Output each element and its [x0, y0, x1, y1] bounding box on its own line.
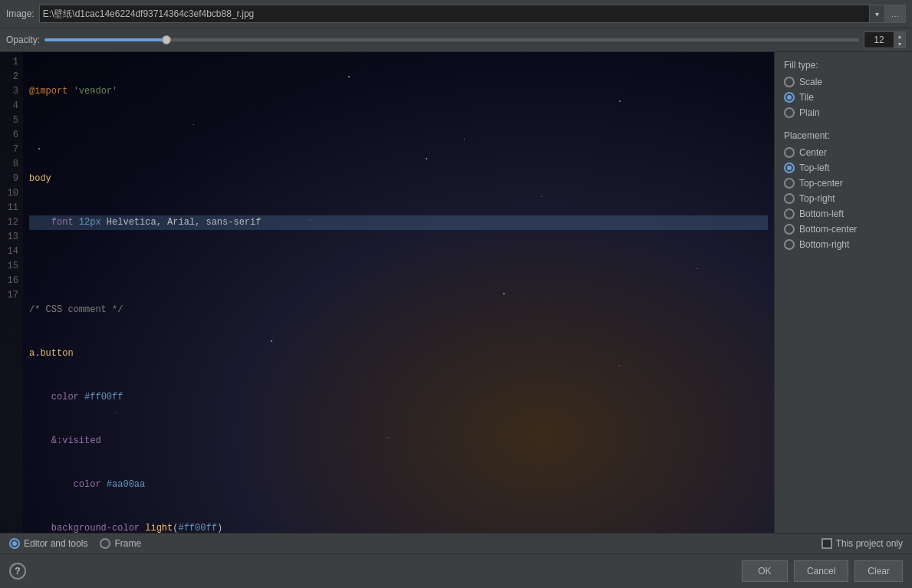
placement-center-radio[interactable] — [784, 147, 795, 158]
fill-type-tile-radio[interactable] — [784, 92, 795, 103]
placement-top-left-radio[interactable] — [784, 163, 795, 173]
placement-bottom-right[interactable]: Bottom-right — [784, 239, 903, 250]
placement-bottom-center[interactable]: Bottom-center — [784, 224, 903, 235]
main-content: 1 2 3 4 5 6 7 8 9 10 11 12 13 14 15 16 1… — [0, 52, 912, 533]
scope-frame-radio[interactable] — [100, 538, 110, 549]
opacity-slider-fill — [44, 38, 166, 41]
scope-editor-label: Editor and tools — [24, 538, 87, 549]
placement-top-right-radio[interactable] — [784, 193, 795, 204]
placement-bottom-center-radio[interactable] — [784, 224, 795, 235]
cancel-button[interactable]: Cancel — [794, 560, 848, 582]
fill-type-tile-label: Tile — [799, 92, 814, 103]
placement-top-center-radio[interactable] — [784, 178, 795, 189]
fill-type-scale[interactable]: Scale — [784, 77, 903, 87]
fill-type-label: Fill type: — [784, 60, 903, 71]
placement-top-center[interactable]: Top-center — [784, 178, 903, 189]
opacity-label: Opacity: — [6, 34, 40, 45]
code-line-11: background-color light(#ff00ff) — [29, 521, 768, 533]
opacity-value-box: ▲ ▼ — [864, 31, 906, 48]
project-only-checkbox[interactable] — [821, 538, 832, 549]
code-line-9: &:visited — [29, 434, 768, 448]
placement-bottom-right-label: Bottom-right — [799, 239, 849, 250]
fill-type-scale-radio[interactable] — [784, 77, 795, 87]
code-line-1: @import 'vendor' — [29, 84, 768, 99]
ok-button[interactable]: OK — [742, 560, 788, 582]
placement-label: Placement: — [784, 130, 903, 141]
placement-group: Center Top-left Top-center Top-right Bot… — [784, 147, 903, 250]
image-bar: Image: ▾ … — [0, 0, 912, 28]
right-panel: Fill type: Scale Tile Plain Placement: C… — [774, 52, 912, 533]
placement-center-label: Center — [799, 147, 827, 158]
opacity-decrement-btn[interactable]: ▼ — [894, 40, 905, 48]
opacity-spinners: ▲ ▼ — [894, 31, 906, 48]
scope-frame-label: Frame — [114, 538, 141, 549]
code-line-8: color #ff00ff — [29, 390, 768, 405]
scope-editor-radio[interactable] — [9, 538, 20, 549]
image-path-wrapper: ▾ … — [39, 5, 906, 23]
footer-action-buttons: OK Cancel Clear — [742, 560, 903, 582]
clear-button[interactable]: Clear — [854, 560, 903, 582]
placement-top-right[interactable]: Top-right — [784, 193, 903, 204]
placement-top-center-label: Top-center — [799, 178, 843, 189]
opacity-slider-thumb[interactable] — [162, 35, 171, 44]
scope-editor[interactable]: Editor and tools — [9, 538, 87, 549]
opacity-slider-track — [44, 38, 859, 41]
code-line-4: font 12px Helvetica, Arial, sans-serif — [29, 215, 768, 230]
code-overlay: 1 2 3 4 5 6 7 8 9 10 11 12 13 14 15 16 1… — [0, 52, 774, 533]
image-path-input[interactable] — [39, 5, 869, 23]
placement-bottom-left-label: Bottom-left — [799, 209, 844, 219]
image-label: Image: — [6, 8, 35, 19]
placement-center[interactable]: Center — [784, 147, 903, 158]
opacity-increment-btn[interactable]: ▲ — [894, 32, 905, 40]
scope-frame[interactable]: Frame — [100, 538, 141, 549]
placement-bottom-right-radio[interactable] — [784, 239, 795, 250]
opacity-slider-wrapper — [44, 33, 859, 47]
line-numbers: 1 2 3 4 5 6 7 8 9 10 11 12 13 14 15 16 1… — [0, 52, 23, 533]
code-line-7: a.button — [29, 347, 768, 361]
project-only-checkbox-item[interactable]: This project only — [821, 538, 903, 549]
bottom-options-bar: Editor and tools Frame This project only — [0, 533, 912, 554]
placement-top-right-label: Top-right — [799, 193, 835, 204]
fill-type-tile[interactable]: Tile — [784, 92, 903, 103]
placement-top-left[interactable]: Top-left — [784, 163, 903, 173]
placement-bottom-left[interactable]: Bottom-left — [784, 209, 903, 219]
editor-area: 1 2 3 4 5 6 7 8 9 10 11 12 13 14 15 16 1… — [0, 52, 774, 533]
fill-type-plain[interactable]: Plain — [784, 107, 903, 118]
code-line-5 — [29, 259, 768, 274]
image-path-dropdown-btn[interactable]: ▾ — [869, 5, 884, 23]
code-content[interactable]: @import 'vendor' body font 12px Helvetic… — [23, 52, 774, 533]
scope-radio-group: Editor and tools Frame — [9, 538, 141, 549]
footer-bar: ? OK Cancel Clear — [0, 554, 912, 588]
fill-type-group: Scale Tile Plain — [784, 77, 903, 118]
image-browse-btn[interactable]: … — [884, 5, 906, 23]
project-only-label: This project only — [836, 538, 903, 549]
placement-bottom-center-label: Bottom-center — [799, 224, 857, 235]
placement-top-left-label: Top-left — [799, 163, 829, 173]
code-line-6: /* CSS comment */ — [29, 303, 768, 317]
opacity-value-input[interactable] — [864, 31, 894, 48]
help-button[interactable]: ? — [9, 563, 26, 580]
fill-type-plain-radio[interactable] — [784, 107, 795, 118]
code-line-2 — [29, 128, 768, 143]
fill-type-scale-label: Scale — [799, 77, 822, 87]
placement-bottom-left-radio[interactable] — [784, 209, 795, 219]
opacity-bar: Opacity: ▲ ▼ — [0, 28, 912, 52]
fill-type-plain-label: Plain — [799, 107, 820, 118]
code-line-3: body — [29, 172, 768, 186]
code-line-10: color #aa00aa — [29, 478, 768, 492]
